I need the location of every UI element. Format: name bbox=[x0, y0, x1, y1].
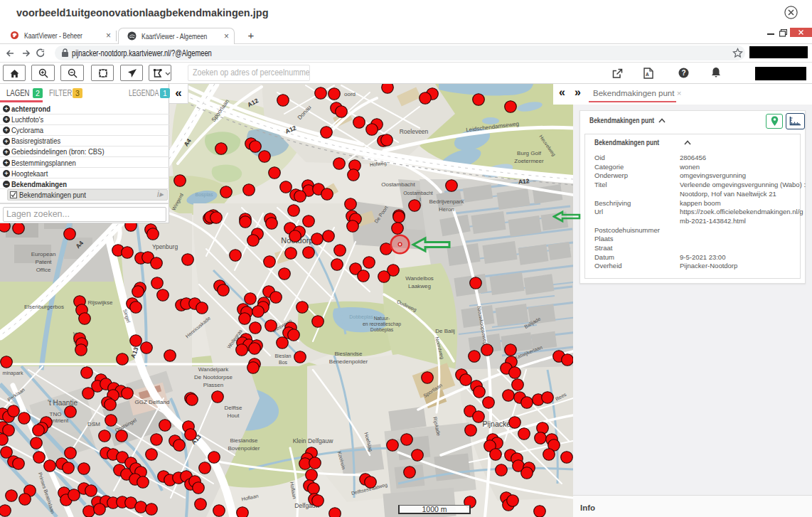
svg-text:Bieslan: Bieslan bbox=[275, 353, 292, 358]
svg-text:Bosplas: Bosplas bbox=[196, 192, 213, 198]
svg-text:Hout: Hout bbox=[228, 412, 240, 419]
svg-text:Wandelpark: Wandelpark bbox=[198, 366, 229, 373]
svg-text:Office: Office bbox=[36, 267, 51, 273]
svg-text:+: + bbox=[4, 159, 8, 166]
svg-text:Plassen: Plassen bbox=[203, 382, 223, 388]
svg-text:Zoetermeer: Zoetermeer bbox=[514, 158, 544, 164]
svg-text:Dobbeplas: Dobbeplas bbox=[370, 327, 394, 333]
svg-text:Bos: Bos bbox=[279, 360, 288, 365]
svg-text:I: I bbox=[420, 197, 421, 202]
svg-text:TNO: TNO bbox=[50, 411, 62, 417]
svg-text:+: + bbox=[4, 149, 8, 156]
svg-text:Natuur-: Natuur- bbox=[374, 316, 390, 321]
svg-text:A12: A12 bbox=[518, 177, 530, 186]
svg-text:oord: oord bbox=[344, 91, 356, 97]
svg-text:Rijswijkse: Rijswijkse bbox=[87, 299, 113, 306]
svg-text:Wandelbos: Wandelbos bbox=[405, 275, 434, 282]
svg-text:Oostambacht: Oostambacht bbox=[403, 191, 433, 196]
svg-text:Bieslandse: Bieslandse bbox=[334, 351, 363, 357]
svg-text:en recreatieschap: en recreatieschap bbox=[363, 321, 401, 327]
svg-text:Benedenpolder: Benedenpolder bbox=[329, 358, 368, 365]
svg-text:GGZ Delfland: GGZ Delfland bbox=[135, 399, 170, 405]
svg-text:Klein Delfgauw: Klein Delfgauw bbox=[293, 437, 334, 444]
svg-text:Bovenpolder: Bovenpolder bbox=[228, 445, 260, 452]
svg-text:−: − bbox=[4, 181, 8, 188]
svg-text:A: A bbox=[646, 72, 649, 77]
svg-text:'t Haantje: 't Haantje bbox=[48, 399, 78, 407]
svg-text:Bedrijvenpark: Bedrijvenpark bbox=[429, 198, 465, 205]
svg-text:Dobbeplas: Dobbeplas bbox=[349, 314, 373, 320]
svg-text:DSM: DSM bbox=[87, 421, 100, 427]
svg-text:Bieslandse: Bieslandse bbox=[230, 437, 258, 444]
svg-text:Patent: Patent bbox=[35, 259, 52, 265]
svg-text:+: + bbox=[4, 105, 8, 112]
svg-text:Heron: Heron bbox=[439, 206, 454, 213]
svg-text:Ypenburg: Ypenburg bbox=[152, 243, 178, 250]
svg-text:Delftse: Delftse bbox=[225, 405, 242, 411]
svg-text:minapark: minapark bbox=[3, 371, 23, 376]
svg-text:Laakweg: Laakweg bbox=[408, 283, 431, 289]
svg-text:Burg Golf: Burg Golf bbox=[517, 150, 542, 156]
svg-text:De Balij: De Balij bbox=[435, 328, 455, 334]
svg-text:+: + bbox=[4, 116, 8, 123]
svg-text:?: ? bbox=[681, 69, 685, 77]
svg-text:European: European bbox=[31, 251, 56, 257]
svg-text:+: + bbox=[4, 127, 8, 134]
svg-text:Elsenburgerbos: Elsenburgerbos bbox=[24, 304, 64, 310]
svg-text:+: + bbox=[4, 138, 8, 145]
svg-text:+: + bbox=[4, 170, 8, 177]
svg-text:De Nootdorpse: De Nootdorpse bbox=[194, 374, 233, 380]
svg-text:Oostambacht: Oostambacht bbox=[381, 181, 415, 188]
svg-text:Roeleveen: Roeleveen bbox=[400, 128, 429, 135]
